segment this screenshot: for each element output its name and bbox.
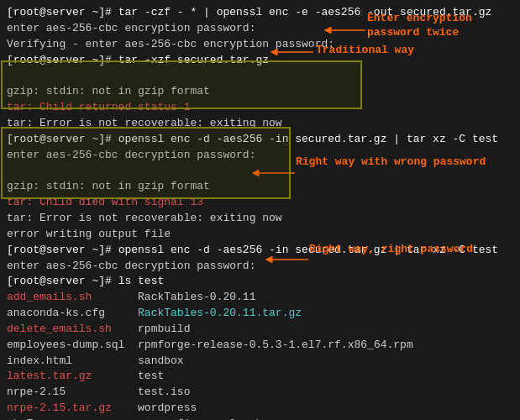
terminal-line: employees-dump.sql rpmforge-release-0.5.… bbox=[7, 338, 513, 354]
terminal-line: nrpe-2.15 test.iso bbox=[7, 385, 513, 401]
annotation-encrypt: Enter encryptionpassword twice bbox=[367, 12, 472, 40]
terminal-line: tar: Child died with signal 13 bbox=[7, 195, 513, 211]
arrow-wrong-password bbox=[249, 165, 299, 181]
terminal-line: [root@server ~]# tar -xzf secured.tar.gz bbox=[7, 53, 513, 69]
terminal-line: add_emails.sh RackTables-0.20.11 bbox=[7, 290, 513, 306]
annotation-right-password: Right way, right password bbox=[309, 243, 473, 257]
annotation-wrong-password: Right way with wrong password bbox=[296, 155, 486, 170]
terminal: [root@server ~]# tar -czf - * | openssl … bbox=[0, 0, 520, 420]
terminal-line: php7 wp-config-sample.php bbox=[7, 417, 513, 420]
terminal-line: tar: Error is not recoverable: exiting n… bbox=[7, 211, 513, 227]
terminal-line: [root@server ~]# ls test bbox=[7, 274, 513, 290]
terminal-line: error writing output file bbox=[7, 227, 513, 243]
terminal-line: nrpe-2.15.tar.gz wordpress bbox=[7, 401, 513, 417]
terminal-line: tar: Error is not recoverable: exiting n… bbox=[7, 116, 513, 132]
terminal-line: latest.tar.gz test bbox=[7, 369, 513, 385]
terminal-line: [root@server ~]# openssl enc -d -aes256 … bbox=[7, 132, 513, 148]
annotation-traditional: Traditional way bbox=[316, 44, 414, 58]
arrow-encrypt bbox=[319, 12, 370, 37]
terminal-line: delete_emails.sh rpmbuild bbox=[7, 322, 513, 338]
terminal-output: [root@server ~]# tar -czf - * | openssl … bbox=[7, 5, 513, 420]
arrow-right-password bbox=[262, 252, 313, 267]
terminal-line bbox=[7, 68, 513, 84]
terminal-line: index.html sandbox bbox=[7, 354, 513, 370]
arrow-traditional bbox=[267, 44, 318, 60]
terminal-line: gzip: stdin: not in gzip format bbox=[7, 179, 513, 195]
terminal-line: tar: Child returned status 1 bbox=[7, 100, 513, 116]
terminal-line: gzip: stdin: not in gzip format bbox=[7, 84, 513, 100]
terminal-line: enter aes-256-cbc decryption password: bbox=[7, 259, 513, 275]
terminal-line: anaconda-ks.cfg RackTables-0.20.11.tar.g… bbox=[7, 306, 513, 322]
